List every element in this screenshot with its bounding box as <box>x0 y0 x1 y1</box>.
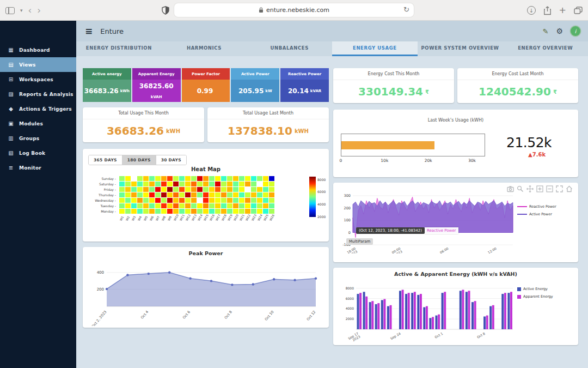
card-title: Energy Cost This Month <box>333 68 454 80</box>
address-bar[interactable]: enture.nebeskie.com ↻ <box>174 3 414 17</box>
tabs-overview-icon[interactable] <box>574 7 583 14</box>
plotly-modebar <box>507 185 573 192</box>
sidebar-toggle-icon[interactable] <box>5 7 15 14</box>
svg-text:Oct 4: Oct 4 <box>140 310 149 320</box>
tab-unbalances[interactable]: UNBALANCES <box>247 41 332 56</box>
url-text: enture.nebeskie.com <box>266 7 329 14</box>
sidebar-item-views[interactable]: ▤Views <box>0 57 76 72</box>
workspaces-icon: ⊞ <box>8 76 14 82</box>
svg-text:100: 100 <box>344 218 351 222</box>
peak-power-chart[interactable]: 200400Oct 2, 2023Oct 4Oct 6Oct 8Oct 10Oc… <box>87 256 324 328</box>
svg-text:Oct 6: Oct 6 <box>182 310 191 320</box>
avatar[interactable]: i <box>571 26 580 36</box>
gauge-bar <box>341 141 434 149</box>
reload-icon[interactable]: ↻ <box>403 5 409 14</box>
reports-icon: ▨ <box>8 91 14 97</box>
tab-energy-usage[interactable]: ENERGY USAGE <box>332 41 418 56</box>
card-title: Total Usage This Month <box>83 107 204 119</box>
bars-chart-title: Active & Apparent Energy (kWH v/s kVAH) <box>338 271 574 277</box>
back-icon[interactable]: ‹ <box>28 6 32 15</box>
multiparam-chart[interactable]: 3002001000-10018:00Oct 12, 202300:00Oct … <box>338 192 517 256</box>
pan-icon[interactable] <box>526 185 534 192</box>
svg-text:400: 400 <box>97 270 104 275</box>
reset-axes-home-icon[interactable] <box>566 185 573 192</box>
camera-icon[interactable] <box>507 185 514 192</box>
privacy-shield-icon[interactable] <box>162 6 169 17</box>
forward-icon[interactable]: › <box>37 6 41 15</box>
svg-text:300: 300 <box>344 194 351 198</box>
currency-symbol: ₹ <box>553 89 557 95</box>
kpi-reactive-power: Reactive Power 20.14kVAR <box>280 68 329 102</box>
sidebar-item-dashboard[interactable]: ▦Dashboard <box>0 43 76 57</box>
app-title: Enture <box>100 27 124 35</box>
usage-value: 137838.10 <box>228 124 292 137</box>
last-week-value: 21.52k <box>506 135 572 150</box>
monitor-icon: ≣ <box>8 165 14 171</box>
chevron-down-icon[interactable]: ▾ <box>20 8 23 13</box>
legend-apparent-energy[interactable]: Apparent Energy <box>517 294 568 299</box>
edit-pencil-icon[interactable]: ✎ <box>543 27 549 35</box>
downloads-icon[interactable]: ↓ <box>527 6 536 15</box>
svg-text:Oct 8: Oct 8 <box>476 331 486 339</box>
hover-tooltip: (Oct 12, 2023, 18:00, -41.08342) Reactiv… <box>356 227 458 234</box>
sidebar-item-reports-analysis[interactable]: ▨Reports & Analysis <box>0 87 76 101</box>
sidebar-item-actions-triggers[interactable]: ◆Actions & Triggers <box>0 101 76 116</box>
zoom-out-icon[interactable] <box>546 185 553 192</box>
share-icon[interactable] <box>543 6 552 15</box>
heatmap-range-toggle: 365 DAYS 180 DAYS 30 DAYS <box>88 155 187 165</box>
svg-text:Oct 12: Oct 12 <box>306 310 317 322</box>
kpi-value: 20.14 <box>288 87 309 95</box>
lock-icon <box>259 7 264 13</box>
legend-active-power[interactable]: Active Power <box>517 212 568 216</box>
svg-text:200: 200 <box>344 206 351 210</box>
active-apparent-energy-card: Active & Apparent Energy (kWH v/s kVAH) … <box>333 268 578 345</box>
total-usage-last-month-card: Total Usage Last Month 137838.10kWH <box>207 107 329 142</box>
tab-power-system-overview[interactable]: POWER SYSTEM OVERVIEW <box>418 41 503 56</box>
sidebar-item-modules[interactable]: ▣Modules <box>0 116 76 131</box>
tab-energy-distribution[interactable]: ENERGY DISTRIBUTION <box>76 41 162 56</box>
zoom-icon[interactable] <box>517 185 524 192</box>
kpi-title: Power Factor <box>182 68 230 80</box>
legend-reactive-power[interactable]: Reactive Power <box>517 204 568 209</box>
heatmap-title: Heat Map <box>88 166 323 172</box>
range-180-days-button[interactable]: 180 DAYS <box>122 155 156 165</box>
range-365-days-button[interactable]: 365 DAYS <box>89 155 122 165</box>
last-week-usage-card: Last Week's Usage (kWH) 010k20k30k 21.52… <box>333 110 578 177</box>
sidebar-item-workspaces[interactable]: ⊞Workspaces <box>0 72 76 87</box>
actions-icon: ◆ <box>8 106 14 112</box>
multiparam-chart-card: 3002001000-10018:00Oct 12, 202300:00Oct … <box>333 183 578 262</box>
heatmap-chart[interactable]: Sunday -Saturday -Friday -Thursday -Wedn… <box>89 176 323 224</box>
range-30-days-button[interactable]: 30 DAYS <box>156 155 186 165</box>
kpi-row: Active energy 36683.26kWh Apparent Energ… <box>83 68 329 102</box>
zoom-in-icon[interactable] <box>536 185 543 192</box>
energy-cost-last-month-card: Energy Cost Last Month 1240542.90₹ <box>457 68 578 103</box>
svg-text:0: 0 <box>348 231 351 235</box>
card-title: Energy Cost Last Month <box>457 68 578 80</box>
usage-value: 36683.26 <box>107 124 164 137</box>
sidebar-item-groups[interactable]: ▥Groups <box>0 131 76 146</box>
hamburger-menu-icon[interactable]: ≡ <box>85 26 93 37</box>
kpi-title: Active Power <box>231 68 279 80</box>
card-title: Total Usage Last Month <box>207 107 329 119</box>
sidebar-item-log-book[interactable]: ▧Log Book <box>0 146 76 160</box>
last-week-delta: ▲7.6k <box>528 152 572 158</box>
kpi-active-power: Active Power 205.95kW <box>231 68 279 102</box>
svg-text:Oct 1: Oct 1 <box>434 331 444 339</box>
svg-text:18:00Oct 12, 2023: 18:00Oct 12, 2023 <box>338 246 358 254</box>
legend-active-energy[interactable]: Active Energy <box>517 287 568 291</box>
peak-power-title: Peak Power <box>87 250 324 256</box>
kpi-active-energy: Active energy 36683.26kWh <box>83 68 131 102</box>
axis-tooltip: MultiParam <box>346 238 373 245</box>
tab-harmonics[interactable]: HARMONICS <box>162 41 247 56</box>
cost-value: 330149.34 <box>358 85 423 98</box>
settings-gear-icon[interactable]: ⚙ <box>556 27 563 35</box>
energy-bars-chart[interactable]: 2000400060008000Sep 172023Sep 24Oct 1Oct… <box>338 278 517 343</box>
tab-energy-overview[interactable]: ENERGY OVERVIEW <box>503 41 588 56</box>
last-week-gauge[interactable]: 010k20k30k <box>340 130 506 164</box>
autoscale-icon[interactable] <box>556 185 563 192</box>
kpi-value: 0.99 <box>197 87 213 95</box>
sidebar-item-monitor[interactable]: ≣Monitor <box>0 160 76 175</box>
bars-legend: Active Energy Apparent Energy <box>517 278 568 343</box>
kpi-title: Reactive Power <box>280 68 329 80</box>
new-tab-icon[interactable]: + <box>559 6 566 15</box>
